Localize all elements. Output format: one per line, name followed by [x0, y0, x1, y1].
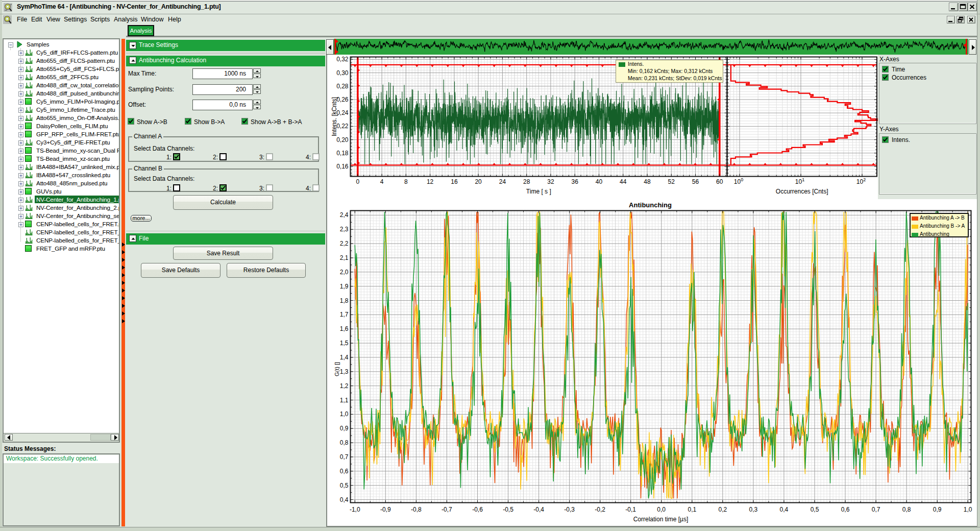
svg-text:0,4: 0,4: [340, 496, 349, 503]
svg-text:1,3: 1,3: [340, 368, 349, 375]
svg-text:0,22: 0,22: [336, 123, 349, 130]
svg-text:1,4: 1,4: [340, 354, 349, 361]
svg-text:Correlation time [µs]: Correlation time [µs]: [633, 516, 689, 523]
svg-text:48: 48: [644, 178, 651, 185]
svg-text:Intens. [kCnts]: Intens. [kCnts]: [331, 97, 338, 136]
svg-text:56: 56: [692, 178, 699, 185]
svg-text:0,3: 0,3: [749, 506, 758, 513]
svg-text:0: 0: [356, 178, 359, 185]
svg-text:0,7: 0,7: [872, 506, 880, 513]
svg-text:1,9: 1,9: [340, 283, 349, 290]
svg-text:0,20: 0,20: [336, 136, 349, 143]
svg-text:0,5: 0,5: [811, 506, 819, 513]
svg-text:8: 8: [404, 178, 408, 185]
svg-text:101: 101: [795, 177, 804, 185]
svg-text:-1,0: -1,0: [350, 506, 360, 513]
svg-text:0,2: 0,2: [718, 506, 727, 513]
svg-text:24: 24: [499, 178, 506, 185]
svg-text:60: 60: [716, 178, 723, 185]
svg-text:0,18: 0,18: [336, 150, 349, 157]
svg-text:44: 44: [620, 178, 627, 185]
svg-text:0,30: 0,30: [336, 69, 349, 77]
svg-text:28: 28: [523, 178, 530, 185]
svg-text:1,6: 1,6: [340, 325, 349, 332]
svg-text:-0,8: -0,8: [411, 506, 422, 513]
svg-text:20: 20: [475, 178, 482, 185]
svg-text:4: 4: [380, 178, 384, 185]
svg-text:Time [ s ]: Time [ s ]: [526, 188, 551, 195]
svg-text:0,32: 0,32: [336, 56, 349, 63]
svg-text:0,24: 0,24: [336, 109, 349, 116]
svg-text:2,0: 2,0: [340, 269, 349, 276]
svg-text:52: 52: [668, 178, 675, 185]
svg-text:1,7: 1,7: [340, 311, 349, 318]
svg-text:-0,7: -0,7: [442, 506, 452, 513]
svg-text:-0,4: -0,4: [533, 506, 544, 513]
svg-text:0,1: 0,1: [688, 506, 696, 513]
svg-text:0,8: 0,8: [902, 506, 911, 513]
svg-text:Occurrences [Cnts]: Occurrences [Cnts]: [776, 188, 828, 195]
svg-text:36: 36: [572, 178, 579, 185]
svg-text:0,7: 0,7: [340, 453, 349, 461]
svg-text:100: 100: [734, 177, 743, 185]
svg-text:-0,9: -0,9: [380, 506, 391, 513]
svg-text:0,28: 0,28: [336, 83, 349, 90]
svg-text:0,4: 0,4: [780, 506, 789, 513]
svg-text:32: 32: [547, 178, 554, 185]
svg-text:0,16: 0,16: [336, 163, 349, 170]
svg-text:1,1: 1,1: [340, 397, 349, 404]
svg-text:0,9: 0,9: [340, 425, 349, 432]
svg-text:2,2: 2,2: [340, 240, 349, 247]
svg-text:1,0: 1,0: [964, 506, 972, 513]
svg-text:1,5: 1,5: [340, 340, 349, 347]
svg-text:0,6: 0,6: [841, 506, 850, 513]
svg-text:102: 102: [856, 177, 866, 185]
svg-text:-0,3: -0,3: [564, 506, 575, 513]
svg-text:G(t) []: G(t) []: [334, 362, 340, 376]
svg-text:-0,2: -0,2: [595, 506, 605, 513]
svg-text:12: 12: [427, 178, 434, 185]
svg-text:-0,6: -0,6: [472, 506, 483, 513]
svg-text:1,8: 1,8: [340, 297, 349, 304]
svg-text:-0,1: -0,1: [625, 506, 636, 513]
svg-text:1,2: 1,2: [340, 382, 349, 390]
svg-text:0,8: 0,8: [340, 439, 349, 446]
svg-text:2,4: 2,4: [340, 211, 349, 219]
svg-text:Antibunching: Antibunching: [629, 201, 672, 209]
svg-text:1,0: 1,0: [340, 411, 349, 418]
svg-text:0,0: 0,0: [657, 506, 666, 513]
svg-text:-0,5: -0,5: [503, 506, 513, 513]
svg-text:0,26: 0,26: [336, 96, 349, 103]
svg-text:2,3: 2,3: [340, 226, 349, 233]
svg-text:0,6: 0,6: [340, 468, 349, 475]
svg-text:0,9: 0,9: [933, 506, 942, 513]
svg-text:16: 16: [451, 178, 458, 185]
svg-text:2,1: 2,1: [340, 254, 349, 261]
svg-text:0,5: 0,5: [340, 482, 349, 489]
svg-text:40: 40: [596, 178, 603, 185]
